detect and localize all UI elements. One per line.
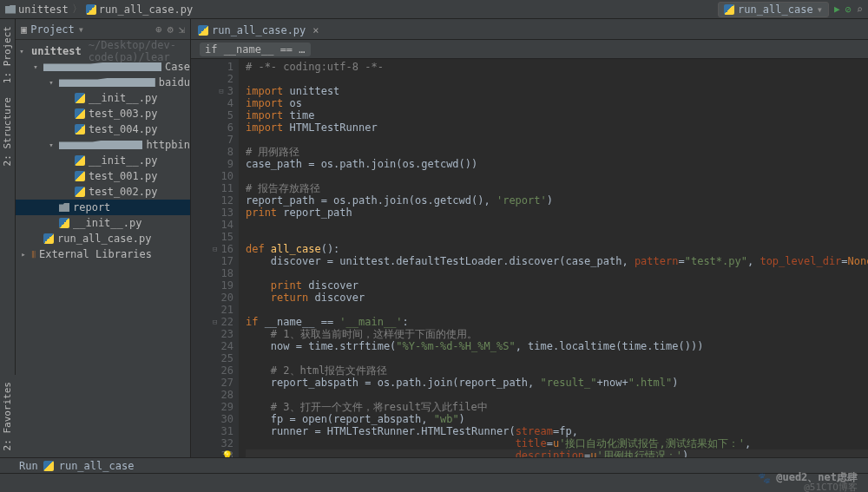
tree-external-libs[interactable]: ▸⫴External Libraries [16, 246, 190, 262]
tree-folder-baidu[interactable]: ▾baidu [16, 75, 190, 90]
gear-icon[interactable]: ⚙ [167, 23, 173, 36]
project-tool-window: ▣Project ▾ ⊕ ⚙ ⇲ ▾unittest~/Desktop/dev-… [16, 19, 191, 457]
tab-structure[interactable]: 2: Structure [0, 90, 15, 173]
panel-title: ▣Project [21, 23, 75, 36]
tree-folder-report[interactable]: report [16, 200, 190, 215]
expand-icon[interactable]: ⊕ [155, 23, 161, 36]
intention-bulb-icon[interactable]: 💡 [221, 450, 233, 457]
watermark-sub: @51CTO博客 [804, 481, 858, 492]
breadcrumb: unittest 〉 run_all_case.py [5, 2, 193, 16]
tree-file[interactable]: test_003.py [16, 106, 190, 121]
navigation-bar[interactable]: if __name__ == … [191, 40, 868, 59]
tree-file[interactable]: test_002.py [16, 184, 190, 200]
gutter[interactable]: 12⊟3456789101112131415⊟161718192021⊟2223… [191, 59, 239, 457]
editor-tab[interactable]: run_all_case.py× [191, 20, 326, 39]
editor-tabs: run_all_case.py× [191, 19, 868, 40]
code-editor[interactable]: # -*- coding:utf-8 -*- import unittestim… [239, 59, 868, 457]
tree-file[interactable]: __init__.py [16, 90, 190, 106]
tree-file[interactable]: __init__.py [16, 153, 190, 168]
debug-button[interactable]: ⊘ [845, 3, 852, 16]
tree-file[interactable]: test_001.py [16, 168, 190, 184]
tree-file-run-all[interactable]: run_all_case.py [16, 231, 190, 246]
tree-folder-httpbin[interactable]: ▾httpbin [16, 137, 190, 153]
status-bar [0, 473, 868, 492]
breadcrumb-root[interactable]: unittest [5, 3, 69, 16]
tab-favorites[interactable]: 2: Favorites [0, 375, 15, 457]
chevron-right-icon: 〉 [72, 2, 82, 16]
tab-project[interactable]: 1: Project [0, 19, 15, 90]
close-icon[interactable]: × [312, 24, 319, 36]
run-tool-bar[interactable]: Run run_all_case [0, 457, 868, 473]
hide-icon[interactable]: ⇲ [179, 23, 185, 36]
tree-file[interactable]: test_004.py [16, 121, 190, 137]
breadcrumb-file[interactable]: run_all_case.py [86, 3, 193, 16]
tree-root[interactable]: ▾unittest~/Desktop/dev-code(pa)/lear [16, 43, 190, 59]
project-tree[interactable]: ▾unittest~/Desktop/dev-code(pa)/lear ▾Ca… [16, 40, 190, 457]
run-config-select[interactable]: run_all_case▾ [718, 2, 829, 17]
tree-file[interactable]: __init__.py [16, 215, 190, 231]
run-button[interactable]: ▶ [834, 3, 840, 15]
search-icon[interactable]: ⌕ [857, 3, 863, 16]
